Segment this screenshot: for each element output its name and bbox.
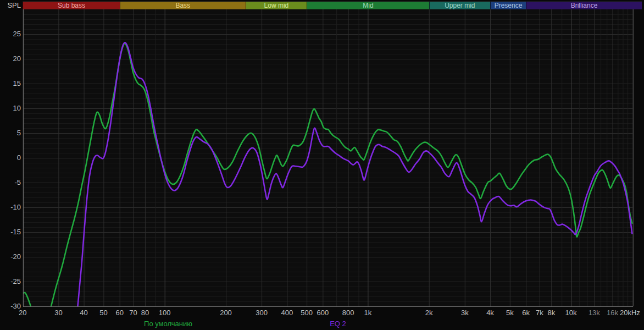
x-tick-label: 5k: [506, 309, 514, 317]
y-tick-label: -5: [1, 178, 21, 186]
legend-item-default[interactable]: По умолчанию: [144, 320, 192, 328]
x-tick-label: 70: [129, 309, 137, 317]
frequency-band-bar: Sub bassBassLow midMidUpper midPresenceB…: [0, 2, 644, 9]
y-tick-label: 10: [1, 104, 21, 112]
x-tick-label: 600: [317, 309, 329, 317]
x-tick-label: 50: [99, 309, 107, 317]
y-tick-label: 20: [1, 54, 21, 63]
x-tick-label: 13k: [589, 309, 600, 317]
y-tick-label: -15: [1, 228, 21, 236]
band-low-mid: Low mid: [246, 2, 307, 9]
y-tick-label: -10: [1, 203, 21, 211]
x-tick-label: 3k: [461, 309, 469, 317]
x-tick-label: 60: [115, 309, 123, 317]
x-tick-label: 10k: [565, 309, 577, 317]
x-tick-label: 300: [256, 309, 268, 317]
y-tick-label: 5: [1, 129, 21, 137]
band-brilliance: Brilliance: [526, 2, 642, 9]
band-upper-mid: Upper mid: [429, 2, 490, 9]
x-tick-label: 8k: [547, 309, 555, 317]
x-tick-label: 800: [342, 309, 354, 317]
y-tick-label: 15: [1, 79, 21, 87]
y-tick-label: -30: [1, 302, 21, 310]
x-tick-label: 200: [220, 309, 232, 317]
band-sub-bass: Sub bass: [23, 2, 119, 9]
x-tick-label: 30: [54, 309, 62, 317]
band-bass: Bass: [120, 2, 246, 9]
band-presence: Presence: [490, 2, 526, 9]
y-tick-label: -20: [1, 252, 21, 261]
x-tick-label: 6k: [522, 309, 530, 317]
x-tick-label: 500: [301, 309, 313, 317]
x-tick-label: 20kHz: [620, 309, 640, 317]
x-tick-label: 1k: [364, 309, 372, 317]
x-tick-label: 80: [141, 309, 149, 317]
y-tick-label: 25: [1, 30, 21, 38]
x-tick-label: 20: [19, 309, 26, 317]
x-tick-label: 2k: [425, 309, 433, 317]
x-tick-label: 100: [159, 309, 171, 317]
frequency-response-panel: SPL Sub bassBassLow midMidUpper midPrese…: [0, 0, 644, 330]
curve-default: [23, 43, 632, 329]
x-tick-label: 4k: [486, 309, 494, 317]
x-tick-label: 16k: [607, 309, 618, 317]
x-tick-label: 7k: [536, 309, 543, 317]
legend-item-eq2[interactable]: EQ 2: [330, 320, 346, 328]
y-tick-label: 0: [1, 153, 21, 162]
x-tick-label: 400: [281, 309, 293, 317]
frequency-response-chart: [0, 0, 644, 330]
y-tick-label: -25: [1, 277, 21, 285]
x-tick-label: 40: [80, 309, 87, 317]
band-mid: Mid: [307, 2, 429, 9]
